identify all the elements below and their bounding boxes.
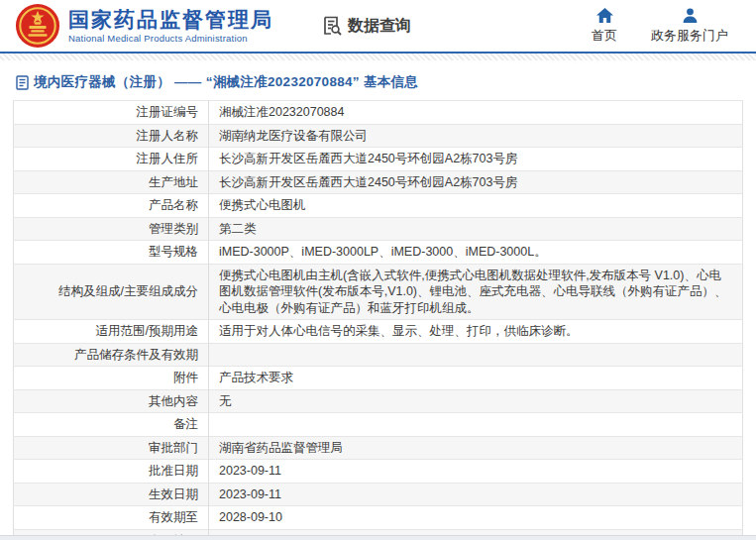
table-row: 生效日期2023-09-11	[14, 483, 743, 506]
document-icon	[16, 75, 29, 90]
row-label: 注册人住所	[14, 148, 209, 171]
row-value: 湖南省药品监督管理局	[209, 436, 743, 460]
row-label: 注册人名称	[14, 124, 209, 148]
row-label: 有效期至	[14, 506, 209, 530]
agency-name-cn: 国家药品监督管理局	[68, 8, 273, 31]
row-label: 产品储存条件及有效期	[14, 343, 209, 367]
row-label: 备注	[14, 413, 209, 437]
registration-info-table: 注册证编号湘械注准20232070884注册人名称湖南纳龙医疗设备有限公司注册人…	[13, 100, 743, 540]
home-icon	[596, 8, 613, 23]
row-label: 适用范围/预期用途	[14, 320, 209, 344]
nav-item-portal[interactable]: 政务服务门户	[651, 8, 728, 45]
nav-home-label: 首页	[592, 27, 617, 45]
table-row: 管理类别第二类	[14, 217, 743, 241]
table-row: 有效期至2028-09-10	[14, 506, 743, 530]
user-icon	[683, 8, 698, 23]
table-row: 产品储存条件及有效期	[14, 343, 743, 367]
agency-logo: 国家药品监督管理局 National Medical Products Admi…	[15, 3, 273, 49]
table-row: 批准日期2023-09-11	[14, 460, 743, 484]
table-row: 型号规格iMED-3000P、iMED-3000LP、iMED-3000、iME…	[14, 241, 743, 265]
table-row: 注册人住所长沙高新开发区岳麓西大道2450号环创园A2栋703号房	[14, 148, 743, 171]
nav-item-home[interactable]: 首页	[592, 8, 617, 45]
row-value: 适用于对人体心电信号的采集、显示、处理、打印，供临床诊断。	[209, 320, 743, 344]
row-value: 2028-09-10	[209, 506, 743, 530]
row-label: 批准日期	[14, 460, 209, 484]
row-value: iMED-3000P、iMED-3000LP、iMED-3000、iMED-30…	[209, 241, 743, 265]
data-query-label: 数据查询	[348, 16, 411, 37]
table-row: 备注	[14, 413, 743, 437]
row-value: 第二类	[209, 217, 743, 241]
row-value: 无	[209, 389, 743, 413]
page-title: 境内医疗器械（注册） —— “湘械注准20232070884” 基本信息	[34, 73, 418, 91]
row-value: 长沙高新开发区岳麓西大道2450号环创园A2栋703号房	[209, 170, 743, 194]
header-nav: 首页 政务服务门户	[592, 8, 728, 45]
row-label: 生效日期	[14, 483, 209, 506]
table-row: 审批部门湖南省药品监督管理局	[14, 436, 743, 460]
header: 国家药品监督管理局 National Medical Products Admi…	[0, 0, 756, 54]
national-emblem-icon	[15, 3, 60, 49]
header-divider	[0, 54, 756, 60]
row-label: 管理类别	[14, 217, 209, 241]
document-search-icon	[321, 15, 343, 37]
agency-name-en: National Medical Products Administration	[68, 34, 273, 44]
row-value: 2023-09-11	[209, 483, 743, 506]
row-value: 产品技术要求	[209, 367, 743, 390]
table-row: 注册人名称湖南纳龙医疗设备有限公司	[14, 124, 743, 148]
table-row: 注册证编号湘械注准20232070884	[14, 101, 743, 125]
row-value	[209, 413, 743, 437]
row-label: 附件	[14, 367, 209, 390]
table-row: 其他内容无	[14, 389, 743, 413]
data-query-button[interactable]: 数据查询	[321, 15, 411, 37]
row-value: 便携式心电图机	[209, 194, 743, 218]
row-label: 生产地址	[14, 170, 209, 194]
table-row: 附件产品技术要求	[14, 367, 743, 390]
row-label: 型号规格	[14, 241, 209, 265]
row-label: 审批部门	[14, 436, 209, 460]
table-row: 结构及组成/主要组成成分便携式心电图机由主机(含嵌入式软件,便携式心电图机数据处…	[14, 264, 743, 320]
row-label: 其他内容	[14, 389, 209, 413]
row-label: 结构及组成/主要组成成分	[14, 264, 209, 320]
row-value: 便携式心电图机由主机(含嵌入式软件,便携式心电图机数据处理软件,发布版本号 V1…	[209, 264, 743, 320]
nav-portal-label: 政务服务门户	[651, 27, 728, 45]
table-row: 生产地址长沙高新开发区岳麓西大道2450号环创园A2栋703号房	[14, 170, 743, 194]
table-row: 产品名称便携式心电图机	[14, 194, 743, 218]
row-value	[209, 343, 743, 367]
row-label: 产品名称	[14, 194, 209, 218]
row-label: 注册证编号	[14, 101, 209, 125]
footer-strip	[0, 535, 756, 540]
table-row: 适用范围/预期用途适用于对人体心电信号的采集、显示、处理、打印，供临床诊断。	[14, 320, 743, 344]
row-value: 湘械注准20232070884	[209, 101, 743, 125]
row-value: 2023-09-11	[209, 460, 743, 484]
row-value: 湖南纳龙医疗设备有限公司	[209, 124, 743, 148]
title-bar: 境内医疗器械（注册） —— “湘械注准20232070884” 基本信息	[0, 60, 756, 100]
row-value: 长沙高新开发区岳麓西大道2450号环创园A2栋703号房	[209, 148, 743, 171]
